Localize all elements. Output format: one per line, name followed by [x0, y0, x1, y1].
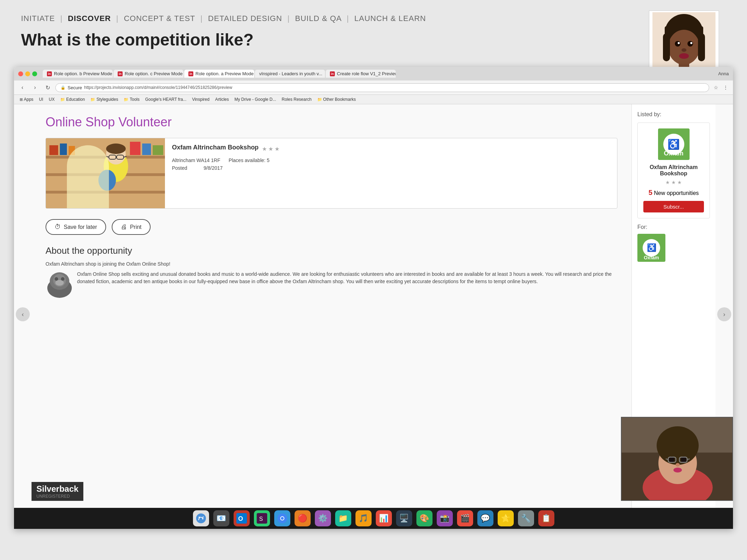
bookmark-roles[interactable]: Roles Research [279, 96, 313, 103]
main-content: Online Shop Volunteer [32, 104, 631, 524]
silverback-overlay: Silverback UNREGISTERED [32, 482, 83, 501]
org-card: ♿ Oxfam Oxfam Altrincham Bookshop ★ ★ ★ … [637, 122, 710, 218]
taskbar-app11[interactable]: 🎬 [457, 510, 473, 526]
folder-icon-1: 📁 [60, 97, 65, 102]
taskbar-app12[interactable]: 💬 [477, 510, 493, 526]
bookmark-ux[interactable]: UX [47, 96, 57, 103]
about-text-1: Oxfam Altrincham shop is joining the Oxf… [46, 260, 617, 268]
separator-5: | [347, 14, 352, 23]
breadcrumb-item-initiate[interactable]: INITIATE [21, 14, 55, 23]
svg-point-44 [657, 426, 699, 465]
about-section: About the opportunity Oxfam Altrincham s… [46, 245, 617, 285]
breadcrumb: INITIATE | DISCOVER | CONCEPT & TEST | D… [21, 14, 726, 23]
breadcrumb-item-discover[interactable]: DISCOVER [68, 14, 111, 23]
listing-photo [46, 138, 165, 208]
bookmark-ux-label: UX [49, 97, 55, 102]
tab-create-role[interactable]: in Create role flow V1_2 Preview... ✕ [326, 70, 396, 78]
tab-role-b[interactable]: in Role option. b Preview Mode ✕ [43, 70, 113, 78]
location-text: Altrincham WA14 1RF [172, 158, 220, 163]
svg-point-9 [679, 53, 689, 59]
separator-2: | [116, 14, 121, 23]
bookmark-education-label: Education [66, 97, 85, 102]
silverback-label-container: Silverback UNREGISTERED [32, 482, 83, 501]
separator-1: | [60, 14, 65, 23]
bookmark-other[interactable]: 📁 Other Bookmarks [315, 96, 358, 103]
svg-point-7 [690, 42, 692, 44]
back-button[interactable]: ‹ [18, 83, 27, 92]
taskbar-app9[interactable]: 🎨 [416, 510, 433, 526]
taskbar-app2[interactable]: S [254, 510, 270, 526]
forward-button[interactable]: › [30, 83, 40, 92]
bookmark-ui-label: UI [39, 97, 43, 102]
star-1: ★ [262, 146, 267, 152]
breadcrumb-item-concept[interactable]: CONCEPT & TEST [124, 14, 195, 23]
svg-point-62 [281, 517, 284, 520]
maximize-button[interactable] [32, 71, 37, 76]
breadcrumb-item-build[interactable]: BUILD & QA [295, 14, 341, 23]
print-button[interactable]: 🖨 Print [112, 219, 151, 235]
bookmark-styleguides[interactable]: 📁 Styleguides [88, 96, 120, 103]
bookmark-tools[interactable]: 📁 Tools [122, 96, 141, 103]
taskbar-app3[interactable]: 🔴 [295, 510, 311, 526]
separator-3: | [200, 14, 205, 23]
about-title: About the opportunity [46, 245, 617, 256]
previous-page-button[interactable]: ‹ [16, 307, 30, 321]
bookmark-heart[interactable]: Google's HEART fra... [143, 96, 188, 103]
chrome-icon [277, 513, 288, 524]
address-bar[interactable]: 🔒 Secure https://projects.invisionapp.co… [55, 83, 709, 92]
tab-vinspired[interactable]: vInspired - Leaders in youth v... ✕ [255, 70, 325, 78]
breadcrumb-item-launch[interactable]: LAUNCH & LEARN [354, 14, 426, 23]
bookmarks-bar: ⊞ Apps UI UX 📁 Education 📁 Styleguides 📁… [14, 95, 733, 104]
taskbar-app1[interactable]: O [234, 510, 250, 526]
breadcrumb-item-detailed[interactable]: DETAILED DESIGN [208, 14, 282, 23]
extensions-icon[interactable]: ⋮ [722, 84, 729, 91]
save-for-later-button[interactable]: ⏱ Save for later [46, 219, 106, 235]
taskbar-app7[interactable]: 📊 [376, 510, 392, 526]
close-button[interactable] [18, 71, 23, 76]
taskbar-app15[interactable]: 📋 [538, 510, 554, 526]
taskbar-app13[interactable]: ⭐ [498, 510, 514, 526]
svg-point-32 [98, 170, 116, 191]
bookmark-vinspired[interactable]: Vinspired [190, 96, 212, 103]
listing-card: Oxfam Altrincham Bookshop ★ ★ ★ Altrinch… [46, 138, 617, 209]
taskbar-chrome[interactable] [274, 510, 290, 526]
taskbar-app8[interactable]: 🖥️ [396, 510, 412, 526]
taskbar-finder[interactable] [193, 510, 209, 526]
refresh-button[interactable]: ↻ [43, 83, 53, 92]
taskbar-app5[interactable]: 📁 [335, 510, 351, 526]
oxfam-person-icon: ♿ [668, 139, 680, 150]
taskbar-app6[interactable]: 🎵 [355, 510, 372, 526]
next-page-button[interactable]: › [717, 307, 731, 321]
oxfam-text: Oxfam [664, 150, 683, 157]
bookmark-vinspired-label: Vinspired [192, 97, 209, 102]
tab-role-a[interactable]: in Role option. a Preview Mode ✕ [184, 70, 254, 78]
slack-icon: S [257, 513, 267, 524]
browser-window: in Role option. b Preview Mode ✕ in Role… [14, 67, 733, 529]
svg-point-5 [687, 41, 693, 47]
separator-4: | [288, 14, 292, 23]
svg-point-6 [678, 42, 680, 44]
org-name: Oxfam Altrincham Bookshop [172, 144, 258, 151]
nav-icons: ☆ ⋮ [712, 84, 729, 91]
taskbar-app14[interactable]: 🔧 [518, 510, 534, 526]
taskbar-app10[interactable]: 📸 [437, 510, 453, 526]
presentation-area: INITIATE | DISCOVER | CONCEPT & TEST | D… [0, 0, 747, 63]
tab-role-c[interactable]: in Role option. c Preview Mode ✕ [113, 70, 184, 78]
star-rating: ★ ★ ★ [262, 146, 279, 152]
invision-icon-2: in [118, 71, 123, 76]
browser-chrome: in Role option. b Preview Mode ✕ in Role… [14, 67, 733, 104]
address-text: Secure [68, 85, 82, 90]
bookmark-education[interactable]: 📁 Education [58, 96, 87, 103]
svg-rect-24 [153, 145, 163, 155]
org-card-stars: ★ ★ ★ [643, 180, 704, 185]
bookmark-icon[interactable]: ☆ [712, 84, 720, 91]
taskbar-mail[interactable]: 📧 [213, 510, 229, 526]
bookmark-drive[interactable]: My Drive - Google D... [233, 96, 278, 103]
bookmark-articles[interactable]: Articles [213, 96, 231, 103]
taskbar: 📧 O S 🔴 ⚙️ 📁 🎵 📊 🖥️ 🎨 📸 [14, 508, 733, 529]
subscribe-button[interactable]: Subscr... [643, 201, 704, 212]
bookmark-apps[interactable]: ⊞ Apps [18, 96, 35, 103]
minimize-button[interactable] [25, 71, 30, 76]
bookmark-ui[interactable]: UI [37, 96, 45, 103]
taskbar-app4[interactable]: ⚙️ [315, 510, 331, 526]
